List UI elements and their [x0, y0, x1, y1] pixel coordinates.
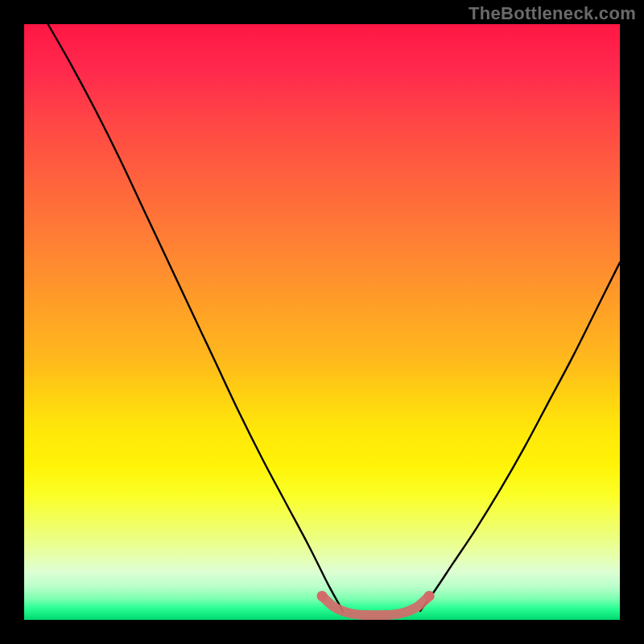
watermark-text: TheBottleneck.com — [469, 3, 636, 24]
plot-area — [24, 24, 620, 620]
curve-layer — [48, 24, 620, 615]
valley-endpoint — [424, 591, 435, 601]
chart-svg — [24, 24, 620, 620]
left-curve — [48, 24, 343, 611]
valley-endpoint — [317, 591, 328, 601]
chart-root: TheBottleneck.com — [0, 0, 644, 644]
valley-band — [322, 596, 429, 615]
right-curve — [420, 262, 620, 611]
